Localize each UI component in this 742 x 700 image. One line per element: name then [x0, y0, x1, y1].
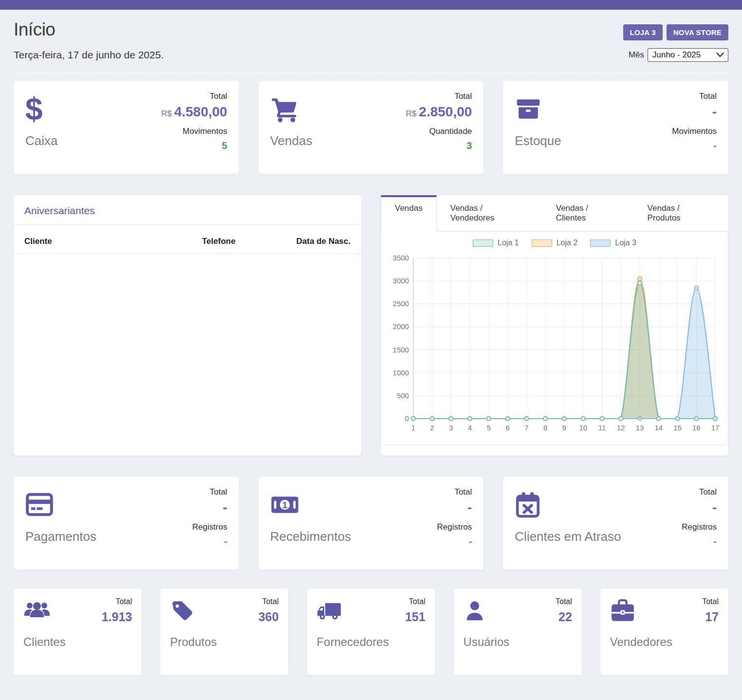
currency-prefix: R$: [161, 109, 172, 118]
month-label: Mês: [629, 50, 644, 60]
sub-label: Movimentos: [183, 127, 227, 136]
cart-icon: [270, 92, 313, 127]
svg-text:5: 5: [487, 424, 491, 432]
total-label: Total: [405, 597, 426, 606]
svg-text:17: 17: [711, 424, 720, 432]
legend-item[interactable]: Loja 1: [473, 239, 519, 247]
total-value: -: [712, 104, 717, 120]
birthdays-table-header: Cliente Telefone Data de Nasc.: [14, 225, 361, 254]
tab-vendas-produtos[interactable]: Vendas / Produtos: [634, 195, 728, 231]
svg-text:10: 10: [579, 424, 587, 432]
svg-text:11: 11: [598, 424, 606, 432]
sub-label: Quantidade: [429, 127, 472, 136]
sub-value: -: [224, 536, 227, 547]
box-icon: [515, 92, 561, 127]
svg-text:500: 500: [397, 391, 409, 400]
subheader: Terça-feira, 17 de junho de 2025. Mês Ju…: [14, 48, 728, 74]
page-content: Início LOJA 3 NOVA STORE Terça-feira, 17…: [0, 19, 742, 675]
money-bill-icon: 1: [270, 487, 351, 522]
sub-label: Registros: [437, 522, 472, 532]
total-label: Total: [454, 92, 472, 101]
card-fornecedores: Total 151 Fornecedores: [307, 589, 435, 675]
svg-text:1: 1: [282, 500, 287, 510]
legend-item[interactable]: Loja 3: [590, 239, 636, 247]
card-label: Vendas: [270, 133, 313, 148]
total-value: 1.913: [102, 610, 132, 624]
sub-value: -: [713, 140, 717, 151]
chart-tabs: Vendas Vendas / Vendedores Vendas / Clie…: [381, 195, 728, 232]
card-pagamentos: Pagamentos Total - Registros -: [14, 477, 239, 570]
card-label: Pagamentos: [25, 529, 96, 544]
svg-text:13: 13: [636, 424, 644, 432]
summary-cards-row: $ Caixa Total R$4.580,00 Movimentos 5 Ve…: [14, 81, 728, 174]
total-value: R$2.850,00: [406, 104, 472, 120]
total-value: 17: [702, 610, 719, 624]
svg-text:15: 15: [673, 424, 682, 432]
legend-label: Loja 3: [615, 239, 636, 247]
svg-text:14: 14: [654, 424, 663, 432]
total-label: Total: [454, 487, 472, 497]
sales-chart-svg: 0500100015002000250030003500123456789101…: [387, 249, 722, 440]
card-label: Recebimentos: [270, 529, 351, 544]
svg-text:16: 16: [692, 424, 701, 432]
card-label: Caixa: [25, 133, 57, 148]
column-telefone: Telefone: [202, 237, 268, 246]
card-label: Clientes: [23, 635, 66, 649]
top-accent-bar: [0, 0, 742, 10]
svg-text:0: 0: [405, 414, 409, 423]
column-cliente: Cliente: [24, 237, 202, 246]
svg-text:1500: 1500: [393, 346, 409, 354]
card-label: Fornecedores: [316, 635, 389, 649]
svg-text:2500: 2500: [393, 299, 409, 308]
tab-vendas[interactable]: Vendas: [381, 195, 437, 232]
total-value: 22: [556, 610, 572, 624]
legend-swatch: [532, 239, 552, 247]
total-label: Total: [102, 597, 132, 606]
svg-text:12: 12: [617, 424, 625, 432]
svg-text:1000: 1000: [393, 368, 409, 377]
card-label: Produtos: [170, 635, 217, 649]
card-clientes: Total 1.913 Clientes: [14, 589, 142, 675]
svg-text:3500: 3500: [393, 254, 409, 262]
card-recebimentos: 1 Recebimentos Total - Registros -: [259, 477, 484, 570]
legend-swatch: [473, 239, 493, 247]
card-label: Estoque: [515, 133, 561, 148]
svg-text:6: 6: [505, 424, 509, 432]
total-label: Total: [699, 92, 717, 101]
svg-text:7: 7: [524, 424, 528, 432]
total-value: 360: [259, 610, 279, 624]
card-usuarios: Total 22 Usuários: [454, 589, 582, 675]
card-vendas: Vendas Total R$2.850,00 Quantidade 3: [259, 81, 484, 174]
sub-value: -: [469, 536, 472, 547]
svg-text:4: 4: [468, 424, 472, 432]
total-label: Total: [702, 597, 719, 606]
dollar-icon: $: [25, 92, 57, 127]
total-label: Total: [210, 92, 227, 101]
svg-text:2: 2: [430, 424, 434, 432]
current-date: Terça-feira, 17 de junho de 2025.: [14, 49, 164, 61]
card-label: Usuários: [464, 635, 510, 649]
new-store-button[interactable]: NOVA STORE: [667, 24, 728, 40]
sub-value: -: [713, 536, 717, 547]
page-title: Início: [14, 19, 55, 40]
sub-label: Movimentos: [672, 127, 717, 136]
tab-vendas-vendedores[interactable]: Vendas / Vendedores: [437, 195, 542, 231]
svg-text:8: 8: [543, 424, 547, 432]
column-data-nasc: Data de Nasc.: [268, 237, 351, 246]
svg-text:1: 1: [411, 424, 415, 432]
card-estoque: Estoque Total - Movimentos -: [503, 81, 728, 174]
legend-swatch: [590, 239, 611, 247]
svg-text:3000: 3000: [393, 276, 409, 285]
store-button[interactable]: LOJA 3: [623, 24, 663, 40]
card-label: Clientes em Atraso: [515, 529, 621, 544]
month-select[interactable]: Junho - 2025: [648, 48, 728, 62]
sub-label: Registros: [192, 522, 227, 532]
card-caixa: $ Caixa Total R$4.580,00 Movimentos 5: [14, 81, 239, 174]
sub-value: 5: [222, 140, 227, 151]
header-buttons: LOJA 3 NOVA STORE: [623, 24, 728, 40]
tab-vendas-clientes[interactable]: Vendas / Clientes: [542, 195, 634, 231]
legend-item[interactable]: Loja 2: [532, 239, 578, 247]
chart-legend: Loja 1Loja 2Loja 3: [387, 239, 722, 247]
total-value: -: [712, 500, 717, 516]
month-picker: Mês Junho - 2025: [629, 48, 728, 62]
